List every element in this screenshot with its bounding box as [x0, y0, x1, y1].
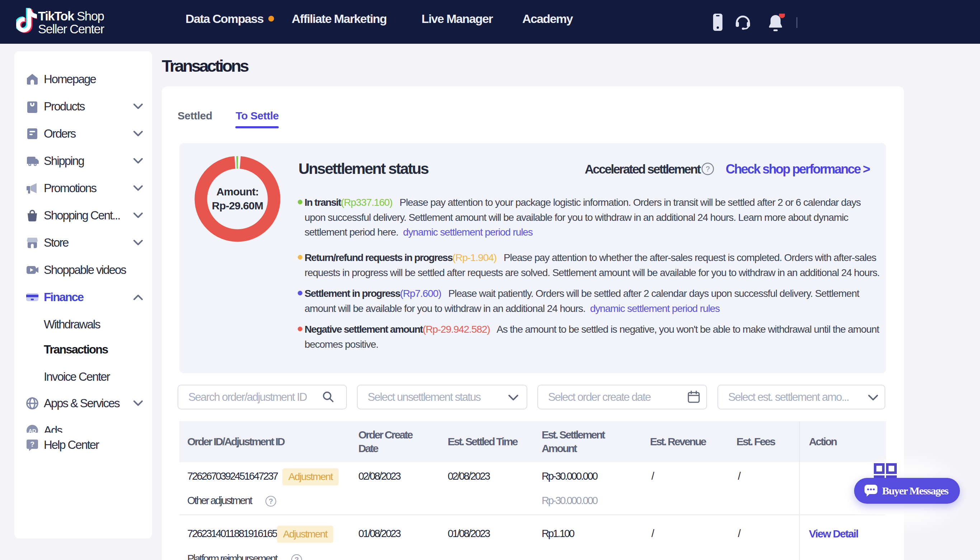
svg-text:?: ? [30, 440, 34, 448]
svg-text:?: ? [706, 165, 710, 173]
